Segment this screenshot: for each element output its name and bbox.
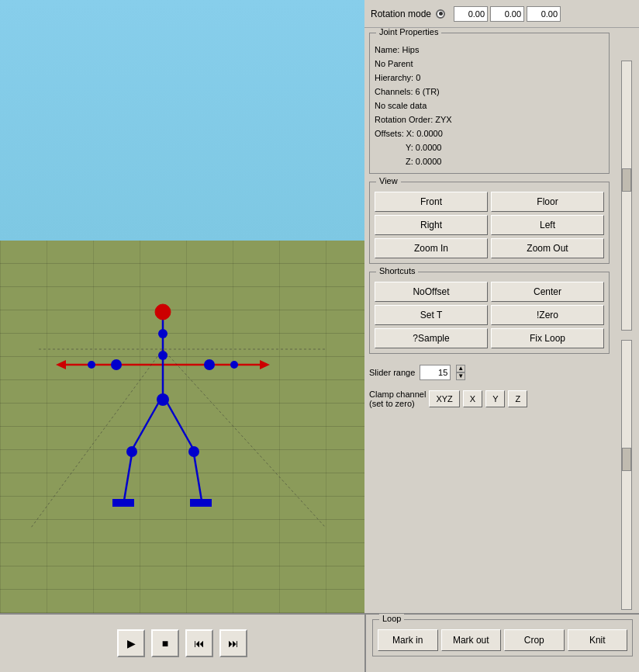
clamp-channel-label: Clamp channel(set to zero) — [369, 390, 426, 408]
rotation-z-value[interactable] — [527, 6, 561, 22]
svg-rect-15 — [190, 499, 212, 507]
scrollbar-thumb-2[interactable] — [622, 448, 631, 471]
clamp-z-button[interactable]: Z — [508, 390, 527, 407]
scrollbar-track-2[interactable] — [621, 340, 632, 610]
right-panel: Rotation mode Joint Properties Name: Hip… — [364, 0, 639, 613]
view-zoom-in-button[interactable]: Zoom In — [375, 238, 488, 258]
stop-icon: ■ — [162, 637, 168, 649]
shortcut-nooffset-button[interactable]: NoOffset — [375, 282, 488, 302]
svg-rect-11 — [112, 499, 134, 507]
view-right-button[interactable]: Right — [375, 215, 488, 235]
main-container: Rotation mode Joint Properties Name: Hip… — [0, 0, 639, 672]
svg-line-10 — [124, 454, 132, 501]
panel-main: Joint Properties Name: Hips No Parent Hi… — [364, 28, 614, 613]
loop-knit-button[interactable]: Knit — [568, 629, 628, 651]
viewport-ground — [0, 241, 364, 613]
view-floor-button[interactable]: Floor — [491, 192, 604, 212]
prop-scale: No scale data — [375, 99, 604, 113]
joint-props: Name: Hips No Parent Hierarchy: 0 Channe… — [375, 40, 604, 168]
loop-title: Loop — [379, 614, 404, 623]
shortcut-fixloop-button[interactable]: Fix Loop — [491, 328, 604, 348]
bottom-section: ▶ ■ ⏮ ⏭ Loop Mark in Mark out Crop Knit — [0, 613, 639, 672]
prop-name: Name: Hips — [375, 43, 604, 57]
rotation-mode-bar: Rotation mode — [364, 0, 639, 28]
prop-offsets-x: Offsets: X: 0.0000 — [375, 126, 604, 140]
play-button[interactable]: ▶ — [117, 629, 145, 657]
shortcuts-title: Shortcuts — [376, 266, 418, 275]
view-left-button[interactable]: Left — [491, 215, 604, 235]
view-zoom-out-button[interactable]: Zoom Out — [491, 238, 604, 258]
rotation-y-value[interactable] — [490, 6, 524, 22]
view-buttons-grid: Front Floor Right Left Zoom In Zoom Out — [375, 189, 604, 258]
shortcut-sett-button[interactable]: Set T — [375, 305, 488, 325]
shortcuts-buttons-grid: NoOffset Center Set T !Zero ?Sample Fix … — [375, 279, 604, 348]
shortcut-izero-button[interactable]: !Zero — [491, 305, 604, 325]
view-front-button[interactable]: Front — [375, 192, 488, 212]
joint-properties-title: Joint Properties — [376, 28, 441, 36]
viewport-sky — [0, 0, 364, 241]
svg-point-17 — [158, 351, 168, 360]
shortcuts-group: Shortcuts NoOffset Center Set T !Zero ?S… — [369, 272, 610, 354]
prop-offsets-z: Z: 0.0000 — [375, 154, 604, 168]
loop-crop-button[interactable]: Crop — [504, 629, 565, 651]
slider-range-spinner: ▲ ▼ — [456, 365, 465, 380]
view-group: View Front Floor Right Left Zoom In Zoom… — [369, 182, 610, 264]
svg-point-5 — [111, 359, 122, 370]
loop-group: Loop Mark in Mark out Crop Knit — [372, 619, 633, 656]
view-title: View — [376, 176, 401, 185]
slider-range-label: Slider range — [369, 368, 415, 377]
svg-line-22 — [31, 349, 163, 528]
svg-point-6 — [204, 359, 215, 370]
prop-parent: No Parent — [375, 57, 604, 71]
slider-range-row: Slider range ▲ ▼ — [369, 365, 610, 380]
svg-point-4 — [155, 304, 171, 320]
clamp-channel-row: Clamp channel(set to zero) XYZ X Y Z — [369, 390, 610, 408]
svg-point-18 — [88, 361, 95, 369]
shortcut-center-button[interactable]: Center — [491, 282, 604, 302]
svg-point-19 — [230, 361, 238, 369]
prop-rotation-order: Rotation Order: ZYX — [375, 113, 604, 126]
rotation-x-value[interactable] — [454, 6, 488, 22]
back-icon: ⏮ — [194, 637, 205, 649]
svg-marker-2 — [260, 360, 270, 369]
forward-button[interactable]: ⏭ — [219, 629, 247, 657]
play-icon: ▶ — [127, 637, 136, 649]
prop-channels: Channels: 6 (TR) — [375, 85, 604, 99]
joint-properties-group: Joint Properties Name: Hips No Parent Hi… — [369, 33, 610, 174]
top-section: Rotation mode Joint Properties Name: Hip… — [0, 0, 639, 613]
loop-mark-in-button[interactable]: Mark in — [378, 629, 438, 651]
svg-line-8 — [132, 402, 159, 450]
svg-marker-1 — [56, 360, 66, 369]
figure-svg — [39, 279, 333, 551]
back-button[interactable]: ⏮ — [185, 629, 213, 657]
scrollbar-track-1[interactable] — [621, 61, 632, 331]
rotation-mode-radio[interactable] — [436, 9, 445, 19]
svg-line-14 — [194, 454, 202, 501]
prop-hierarchy: Hierarchy: 0 — [375, 71, 604, 85]
prop-offsets-y: Y: 0.0000 — [375, 140, 604, 154]
rotation-mode-label: Rotation mode — [371, 9, 431, 19]
slider-range-input[interactable] — [420, 365, 451, 380]
stop-button[interactable]: ■ — [151, 629, 179, 657]
viewport[interactable] — [0, 0, 364, 613]
forward-icon: ⏭ — [228, 637, 239, 649]
panel-content: Joint Properties Name: Hips No Parent Hi… — [364, 28, 639, 613]
loop-area: Loop Mark in Mark out Crop Knit — [364, 615, 639, 672]
loop-mark-out-button[interactable]: Mark out — [441, 629, 502, 651]
scrollbar-area — [614, 28, 639, 613]
playback-area: ▶ ■ ⏮ ⏭ — [0, 615, 364, 672]
clamp-xyz-button[interactable]: XYZ — [429, 390, 459, 407]
clamp-y-button[interactable]: Y — [485, 390, 505, 407]
svg-point-16 — [158, 329, 168, 338]
clamp-x-button[interactable]: X — [463, 390, 482, 407]
spinner-down-button[interactable]: ▼ — [456, 372, 465, 380]
loop-buttons: Mark in Mark out Crop Knit — [378, 629, 627, 651]
shortcut-sample-button[interactable]: ?Sample — [375, 328, 488, 348]
svg-line-12 — [167, 402, 194, 450]
spinner-up-button[interactable]: ▲ — [456, 365, 465, 372]
scrollbar-thumb-1[interactable] — [622, 168, 631, 192]
